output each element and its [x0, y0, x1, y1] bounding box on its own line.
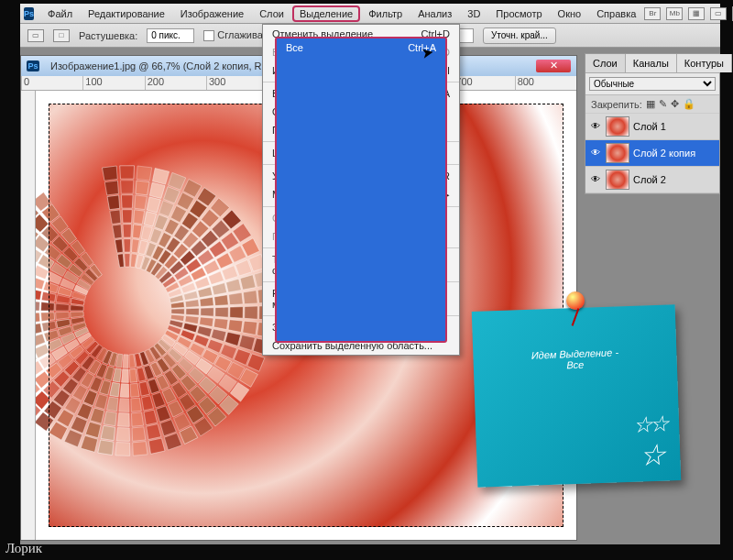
lock-pixels-icon[interactable]: ▦: [646, 98, 655, 110]
menu-layer[interactable]: Слои: [252, 5, 291, 22]
ruler-mark: 100: [82, 76, 144, 90]
layer-name: Слой 1: [633, 121, 666, 132]
menu-filter[interactable]: Фильтр: [361, 5, 410, 22]
note-paper: Идем Выделение - Все ☆☆☆: [472, 304, 682, 488]
menubar: Ps Файл Редактирование Изображение Слои …: [20, 4, 720, 24]
feather-input[interactable]: [147, 28, 194, 43]
menu-file[interactable]: Файл: [40, 5, 80, 22]
menu-view[interactable]: Просмотр: [488, 5, 549, 22]
marquee-mode-icon[interactable]: □: [53, 29, 70, 42]
refine-edge-button[interactable]: Уточн. край...: [483, 27, 556, 44]
visibility-icon[interactable]: 👁: [589, 148, 602, 159]
layer-list: 👁Слой 1👁Слой 2 копия👁Слой 2: [585, 114, 719, 193]
tab-paths[interactable]: Контуры: [677, 54, 732, 72]
menu-item-все[interactable]: ВсеCtrl+A: [275, 37, 447, 343]
ruler-vertical[interactable]: [21, 91, 36, 540]
layer-row[interactable]: 👁Слой 1: [585, 114, 719, 140]
lock-label: Закрепить:: [591, 99, 642, 110]
menu-window[interactable]: Окно: [551, 5, 589, 22]
select-menu-dropdown: ВсеCtrl+AОтменить выделениеCtrl+DВыделит…: [262, 24, 460, 356]
tab-layers[interactable]: Слои: [585, 54, 626, 72]
close-button[interactable]: ✕: [536, 60, 571, 72]
signature: Лорик: [5, 541, 42, 556]
menu-analysis[interactable]: Анализ: [410, 5, 459, 22]
tool-preset-icon[interactable]: ▭: [27, 29, 44, 42]
zoom-controls: Br Mb ▦ ▭ ▼: [644, 6, 733, 21]
view-icon[interactable]: ▦: [688, 7, 705, 20]
menu-select[interactable]: Выделение: [292, 5, 360, 22]
lock-move-icon[interactable]: ✥: [671, 98, 679, 110]
ruler-mark: 0: [21, 76, 82, 90]
lock-row: Закрепить: ▦ ✎ ✥ 🔒: [585, 95, 719, 114]
menu-help[interactable]: Справка: [589, 5, 643, 22]
app-icon: Ps: [24, 7, 34, 20]
ruler-mark: 800: [515, 76, 576, 90]
layer-thumbnail[interactable]: [606, 116, 629, 137]
pin-icon: [566, 291, 585, 310]
ruler-mark: 300: [206, 76, 268, 90]
layer-thumbnail[interactable]: [606, 170, 629, 190]
minibridge-icon[interactable]: Mb: [666, 7, 683, 20]
ruler-mark: 200: [145, 76, 206, 90]
lock-brush-icon[interactable]: ✎: [659, 98, 667, 110]
panel-tabs: Слои Каналы Контуры: [585, 54, 719, 73]
layer-name: Слой 2: [633, 174, 666, 185]
annotation-note: Идем Выделение - Все ☆☆☆: [475, 291, 678, 484]
feather-label: Растушевка:: [79, 30, 137, 41]
star-icon: ☆☆☆: [633, 412, 668, 473]
layer-name: Слой 2 копия: [633, 148, 695, 159]
doc-icon: Ps: [27, 60, 39, 71]
layer-row[interactable]: 👁Слой 2 копия: [585, 140, 719, 167]
menu-edit[interactable]: Редактирование: [81, 5, 172, 22]
menu-3d[interactable]: 3D: [460, 5, 487, 22]
visibility-icon[interactable]: 👁: [589, 174, 602, 185]
tab-channels[interactable]: Каналы: [626, 54, 677, 72]
layer-thumbnail[interactable]: [606, 143, 629, 163]
document-title: Изображение1.jpg @ 66,7% (Слой 2 копия, …: [50, 60, 288, 71]
bridge-icon[interactable]: Br: [644, 7, 661, 20]
screen-icon[interactable]: ▭: [710, 7, 727, 20]
ruler-mark: 700: [453, 76, 514, 90]
lock-all-icon[interactable]: 🔒: [683, 98, 695, 110]
layers-panel: Слои Каналы Контуры Обычные Закрепить: ▦…: [585, 53, 720, 194]
menu-image[interactable]: Изображение: [173, 5, 251, 22]
blend-mode-select[interactable]: Обычные: [589, 77, 716, 91]
layer-row[interactable]: 👁Слой 2: [585, 167, 719, 193]
antialias-checkbox[interactable]: [203, 30, 214, 41]
visibility-icon[interactable]: 👁: [589, 121, 602, 132]
